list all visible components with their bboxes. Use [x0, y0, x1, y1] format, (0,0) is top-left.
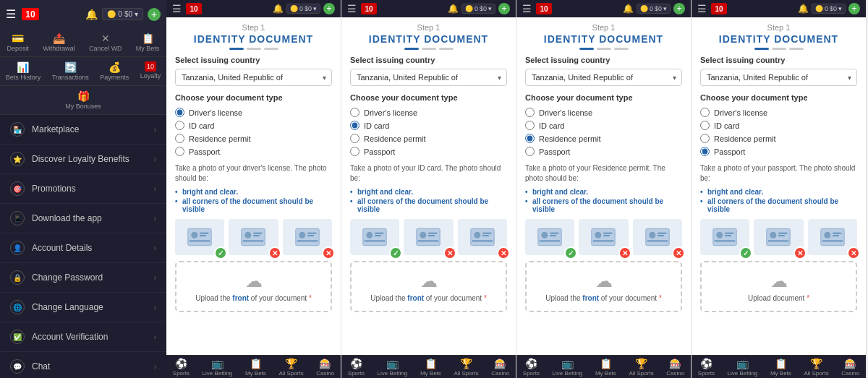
panel3-bn-live[interactable]: 📺 Live Betting	[553, 358, 583, 377]
panel1-country-select[interactable]: Tanzania, United Republic of	[175, 69, 332, 86]
bell-icon[interactable]: 🔔	[85, 9, 98, 20]
balance-button[interactable]: 🟡 0 $0 ▾	[102, 8, 143, 20]
panel2-add-button[interactable]: +	[498, 3, 510, 14]
panel3-bell-icon[interactable]: 🔔	[623, 4, 634, 14]
panel1-upload-area[interactable]: ☁ Upload the front of your document *	[175, 261, 332, 312]
panel3-bottom-nav: ⚽ Sports 📺 Live Betting 📋 My Bets 🏆 All …	[516, 355, 691, 378]
sidebar-item-change-password[interactable]: 🔒 Change Password ›	[0, 263, 166, 293]
panel2-bell-icon[interactable]: 🔔	[448, 4, 459, 14]
tab-payments[interactable]: 💰 Payments	[97, 60, 132, 82]
panel4-bn-allsports[interactable]: 🏆 All Sports	[804, 358, 828, 377]
panel2-radio-residence[interactable]: Residence permit	[350, 134, 507, 143]
panel2-radio-input-drivers[interactable]	[350, 108, 359, 117]
sidebar-item-change-language[interactable]: 🌐 Change Language ›	[0, 293, 166, 322]
panel4-menu-icon[interactable]: ☰	[697, 3, 707, 14]
panel2-radio-input-id[interactable]	[350, 121, 359, 130]
tab-loyalty[interactable]: 10 Loyalty	[137, 60, 164, 82]
panel3-bn-casino[interactable]: 🎰 Casino	[666, 358, 684, 377]
panel4-bn-sports[interactable]: ⚽ Sports	[698, 358, 715, 377]
tab-withdrawal[interactable]: 📤 Withdrawal	[40, 31, 78, 53]
sidebar-item-promotions[interactable]: 🎯 Promotions ›	[0, 174, 166, 204]
sidebar-item-loyalty-benefits[interactable]: ⭐ Discover Loyalty Benefits ›	[0, 145, 166, 174]
panel2-menu-icon[interactable]: ☰	[347, 3, 357, 14]
panel1-bn-casino[interactable]: 🎰 Casino	[316, 358, 334, 377]
panel1-radio-id-card[interactable]: ID card	[175, 121, 332, 130]
panel1-radio-input-passport[interactable]	[175, 147, 184, 156]
panel3-radio-input-id[interactable]	[525, 121, 535, 130]
panel3-radio-input-passport[interactable]	[525, 147, 535, 156]
tab-deposit[interactable]: 💳 Deposit	[4, 31, 33, 53]
panel2-radio-input-residence[interactable]	[350, 134, 359, 143]
panel2-radio-drivers-license[interactable]: Driver's license	[350, 108, 507, 117]
panel3-radio-input-drivers[interactable]	[525, 108, 535, 117]
panel2-upload-area[interactable]: ☁ Upload the front of your document *	[350, 261, 507, 312]
panel2-balance[interactable]: 🟡 0 $0 ▾	[461, 4, 495, 14]
panel4-radio-input-passport[interactable]	[700, 147, 710, 156]
panel3-bn-sports[interactable]: ⚽ Sports	[523, 358, 540, 377]
panel2-bn-casino[interactable]: 🎰 Casino	[491, 358, 509, 377]
sidebar-item-account-verification[interactable]: ✅ Account Verification ›	[0, 322, 166, 352]
panel1-doc-type-label: Choose your document type	[175, 93, 332, 102]
panel1-radio-passport[interactable]: Passport	[175, 147, 332, 156]
sidebar-item-marketplace[interactable]: 🏪 Marketplace ›	[0, 115, 166, 145]
panel1-add-button[interactable]: +	[323, 3, 335, 14]
panel4-radio-id-card[interactable]: ID card	[700, 121, 857, 130]
sidebar-item-chat[interactable]: 💬 Chat ›	[0, 352, 166, 378]
panel3-country-select[interactable]: Tanzania, United Republic of	[525, 69, 682, 86]
panel4-bn-mybets[interactable]: 📋 My Bets	[770, 358, 791, 377]
panel1-balance[interactable]: 🟡 0 $0 ▾	[286, 4, 320, 14]
tab-cancel-wd[interactable]: ✕ Cancel WD	[86, 31, 125, 53]
panel1-bn-mybets[interactable]: 📋 My Bets	[245, 358, 266, 377]
add-funds-button[interactable]: +	[148, 8, 161, 21]
panel3-menu-icon[interactable]: ☰	[522, 3, 532, 14]
panel4-radio-input-id[interactable]	[700, 121, 710, 130]
panel1-radio-input-residence[interactable]	[175, 134, 184, 143]
panel3-balance[interactable]: 🟡 0 $0 ▾	[637, 4, 671, 14]
panel4-radio-input-residence[interactable]	[700, 134, 710, 143]
panel1-radio-input-drivers[interactable]	[175, 108, 184, 117]
sidebar-item-download-app[interactable]: 📱 Download the app ›	[0, 204, 166, 233]
panel3-upload-area[interactable]: ☁ Upload the front of your document *	[525, 261, 682, 312]
tab-my-bonuses[interactable]: 🎁 My Bonuses	[62, 89, 104, 111]
panel1-bn-sports[interactable]: ⚽ Sports	[173, 358, 190, 377]
panel3-bn-allsports[interactable]: 🏆 All Sports	[629, 358, 653, 377]
tab-bets-history[interactable]: 📊 Bets History	[3, 60, 44, 82]
panel4-country-select[interactable]: Tanzania, United Republic of	[700, 69, 857, 86]
panel2-radio-passport[interactable]: Passport	[350, 147, 507, 156]
panel2-bn-sports[interactable]: ⚽ Sports	[348, 358, 365, 377]
panel1-bn-live[interactable]: 📺 Live Betting	[203, 358, 233, 377]
panel4-bell-icon[interactable]: 🔔	[798, 4, 809, 14]
panel1-menu-icon[interactable]: ☰	[172, 3, 182, 14]
panel1-bell-icon[interactable]: 🔔	[273, 4, 284, 14]
panel1-radio-drivers-license[interactable]: Driver's license	[175, 108, 332, 117]
panel3-radio-id-card[interactable]: ID card	[525, 121, 682, 130]
hamburger-icon[interactable]: ☰	[6, 7, 16, 21]
panel2-radio-id-card[interactable]: ID card	[350, 121, 507, 130]
panel4-radio-passport[interactable]: Passport	[700, 147, 857, 156]
panel3-radio-input-residence[interactable]	[525, 134, 535, 143]
panel4-bn-casino[interactable]: 🎰 Casino	[841, 358, 859, 377]
panel3-radio-drivers-license[interactable]: Driver's license	[525, 108, 682, 117]
panel3-add-button[interactable]: +	[673, 3, 685, 14]
panel1-radio-residence[interactable]: Residence permit	[175, 134, 332, 143]
panel2-bn-mybets[interactable]: 📋 My Bets	[420, 358, 441, 377]
panel4-radio-input-drivers[interactable]	[700, 108, 710, 117]
panel4-bn-live[interactable]: 📺 Live Betting	[728, 358, 758, 377]
panel4-balance[interactable]: 🟡 0 $0 ▾	[812, 4, 846, 14]
panel3-bn-mybets[interactable]: 📋 My Bets	[595, 358, 616, 377]
tab-my-bets[interactable]: 📋 My Bets	[133, 31, 163, 53]
sidebar-item-account-details[interactable]: 👤 Account Details ›	[0, 233, 166, 263]
panel4-add-button[interactable]: +	[848, 3, 860, 14]
panel1-bn-allsports[interactable]: 🏆 All Sports	[278, 358, 303, 377]
panel1-radio-input-id[interactable]	[175, 121, 184, 130]
panel3-radio-passport[interactable]: Passport	[525, 147, 682, 156]
tab-transactions[interactable]: 🔄 Transactions	[49, 60, 92, 82]
panel2-bn-allsports[interactable]: 🏆 All Sports	[454, 358, 478, 377]
panel3-radio-residence[interactable]: Residence permit	[525, 134, 682, 143]
panel4-upload-area[interactable]: ☁ Upload document *	[700, 261, 857, 312]
panel2-radio-input-passport[interactable]	[350, 147, 359, 156]
panel2-country-select[interactable]: Tanzania, United Republic of	[350, 69, 507, 86]
panel4-radio-drivers-license[interactable]: Driver's license	[700, 108, 857, 117]
panel4-radio-residence[interactable]: Residence permit	[700, 134, 857, 143]
panel2-bn-live[interactable]: 📺 Live Betting	[378, 358, 408, 377]
